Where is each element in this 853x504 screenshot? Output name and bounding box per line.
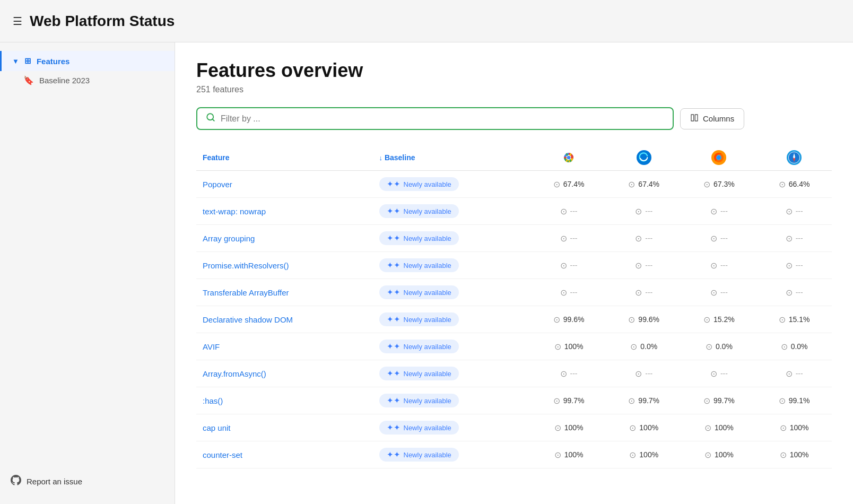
- sidebar-features-label: Features: [37, 57, 70, 66]
- feature-cell: Popover: [196, 171, 373, 198]
- baseline-badge: ✦✦Newly available: [379, 367, 459, 380]
- browser-cell: ⊙15.1%: [756, 306, 832, 333]
- check-icon: ⊙: [786, 206, 793, 216]
- svg-point-12: [567, 156, 571, 160]
- baseline-badge: ✦✦Newly available: [379, 177, 459, 191]
- browser-cell: ⊙67.4%: [531, 171, 606, 198]
- browser-cell: ⊙---: [531, 225, 606, 252]
- browser-cell: ⊙0.0%: [606, 333, 682, 360]
- browser-cell: ⊙0.0%: [756, 333, 832, 360]
- report-label: Report an issue: [27, 477, 82, 486]
- browser-pct: 100%: [715, 450, 734, 459]
- table-row: counter-set✦✦Newly available⊙100%⊙100%⊙1…: [196, 441, 832, 468]
- sparkle-icon: ✦✦: [387, 288, 401, 297]
- columns-button[interactable]: Columns: [680, 108, 744, 129]
- feature-link[interactable]: cap unit: [203, 423, 231, 432]
- check-icon: ⊙: [779, 315, 786, 325]
- browser-pct: 99.7%: [638, 396, 659, 405]
- check-icon: ⊙: [635, 260, 642, 271]
- feature-cell: :has(): [196, 387, 373, 414]
- check-icon: ⊙: [628, 396, 635, 406]
- browser-cell: ⊙---: [756, 360, 832, 387]
- browser-pct: ---: [570, 261, 578, 270]
- feature-link[interactable]: text-wrap: nowrap: [203, 207, 266, 216]
- browser-pct: ---: [570, 207, 578, 215]
- sidebar-baseline-label: Baseline 2023: [39, 76, 90, 85]
- feature-link[interactable]: Array grouping: [203, 234, 255, 243]
- browser-cell: ⊙0.0%: [682, 333, 757, 360]
- check-icon: ⊙: [560, 288, 567, 298]
- search-input[interactable]: [221, 114, 664, 124]
- feature-link[interactable]: counter-set: [203, 450, 242, 459]
- check-icon: ⊙: [553, 396, 560, 406]
- col-feature[interactable]: Feature: [196, 145, 373, 171]
- browser-pct: ---: [570, 369, 578, 378]
- check-icon: ⊙: [635, 288, 642, 298]
- table-row: text-wrap: nowrap✦✦Newly available⊙---⊙-…: [196, 198, 832, 225]
- check-icon: ⊙: [781, 342, 788, 352]
- check-icon: ⊙: [786, 233, 793, 244]
- browser-pct: 100%: [639, 450, 658, 459]
- sparkle-icon: ✦✦: [387, 450, 401, 459]
- feature-link[interactable]: Promise.withResolvers(): [203, 261, 289, 270]
- table-row: Popover✦✦Newly available⊙67.4%⊙67.4%⊙67.…: [196, 171, 832, 198]
- browser-pct: ---: [645, 207, 652, 215]
- sidebar-report-issue[interactable]: Report an issue: [0, 467, 175, 496]
- sparkle-icon: ✦✦: [387, 369, 401, 378]
- check-icon: ⊙: [710, 260, 717, 271]
- col-baseline[interactable]: ↓ Baseline: [373, 145, 532, 171]
- sidebar-item-baseline[interactable]: 🔖 Baseline 2023: [0, 71, 175, 90]
- feature-count: 251 features: [196, 85, 832, 94]
- feature-cell: AVIF: [196, 333, 373, 360]
- browser-pct: 66.4%: [789, 180, 810, 188]
- baseline-cell: ✦✦Newly available: [373, 198, 532, 225]
- github-icon: [11, 475, 21, 488]
- check-icon: ⊙: [710, 233, 717, 244]
- feature-link[interactable]: AVIF: [203, 342, 220, 351]
- browser-pct: 0.0%: [791, 342, 808, 351]
- svg-rect-2: [691, 115, 694, 121]
- feature-cell: cap unit: [196, 414, 373, 441]
- baseline-cell: ✦✦Newly available: [373, 387, 532, 414]
- sidebar: ▼ ⊞ Features 🔖 Baseline 2023 Report an i…: [0, 42, 175, 504]
- feature-cell: Array grouping: [196, 225, 373, 252]
- browser-pct: 0.0%: [716, 342, 733, 351]
- sparkle-icon: ✦✦: [387, 396, 401, 405]
- feature-link[interactable]: Declarative shadow DOM: [203, 315, 293, 324]
- browser-cell: ⊙---: [606, 225, 682, 252]
- sidebar-item-features[interactable]: ▼ ⊞ Features: [0, 51, 175, 71]
- check-icon: ⊙: [553, 179, 560, 189]
- browser-cell: ⊙100%: [756, 414, 832, 441]
- browser-cell: ⊙100%: [756, 441, 832, 468]
- browser-pct: ---: [720, 288, 728, 297]
- table-row: Array grouping✦✦Newly available⊙---⊙---⊙…: [196, 225, 832, 252]
- feature-link[interactable]: :has(): [203, 396, 223, 405]
- browser-pct: ---: [570, 288, 578, 297]
- check-icon: ⊙: [780, 423, 787, 433]
- browser-cell: ⊙66.4%: [756, 171, 832, 198]
- layout: ▼ ⊞ Features 🔖 Baseline 2023 Report an i…: [0, 42, 853, 504]
- sparkle-icon: ✦✦: [387, 179, 401, 189]
- baseline-cell: ✦✦Newly available: [373, 171, 532, 198]
- browser-pct: ---: [645, 369, 652, 378]
- baseline-badge: ✦✦Newly available: [379, 285, 459, 299]
- baseline-badge: ✦✦Newly available: [379, 448, 459, 462]
- browser-pct: 100%: [715, 423, 734, 432]
- header: ☰ Web Platform Status: [0, 0, 853, 42]
- feature-link[interactable]: Transferable ArrayBuffer: [203, 288, 289, 297]
- table-row: Declarative shadow DOM✦✦Newly available⊙…: [196, 306, 832, 333]
- browser-pct: ---: [720, 261, 728, 270]
- check-icon: ⊙: [704, 423, 711, 433]
- feature-link[interactable]: Array.fromAsync(): [203, 369, 266, 378]
- check-icon: ⊙: [704, 450, 711, 460]
- baseline-cell: ✦✦Newly available: [373, 225, 532, 252]
- feature-cell: Promise.withResolvers(): [196, 252, 373, 279]
- check-icon: ⊙: [710, 206, 717, 216]
- feature-link[interactable]: Popover: [203, 180, 232, 189]
- browser-cell: ⊙---: [756, 279, 832, 306]
- browser-pct: ---: [645, 234, 652, 242]
- col-chrome: [531, 145, 606, 171]
- check-icon: ⊙: [629, 450, 636, 460]
- feature-cell: counter-set: [196, 441, 373, 468]
- hamburger-icon[interactable]: ☰: [13, 15, 22, 28]
